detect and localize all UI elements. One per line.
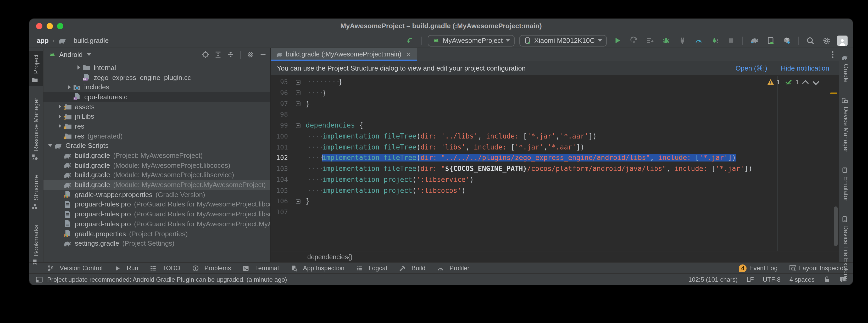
select-opened-file-button[interactable] xyxy=(202,51,209,59)
apply-changes-button[interactable]: A xyxy=(628,35,639,46)
tree-item-gradle-wrapper-properties-gradle-version[interactable]: gradle-wrapper.properties(Gradle Version… xyxy=(43,190,270,200)
tree-item-gradle-properties-project-properties[interactable]: gradle.properties(Project Properties) xyxy=(43,229,270,238)
stripe-item-structure[interactable]: Structure xyxy=(31,172,41,213)
code-line-103[interactable]: 103 implementation fileTree(dir: "${COCO… xyxy=(271,164,839,175)
code-line-96[interactable]: 96 } xyxy=(271,88,839,99)
sync-gradle-button[interactable] xyxy=(749,35,760,46)
stripe-item-gradle[interactable]: Gradle xyxy=(841,51,851,86)
fold-marker-icon[interactable] xyxy=(293,99,306,109)
toolwindow-profiler[interactable]: Profiler xyxy=(437,264,469,272)
tree-item-build-gradle-project-myawesomeproject[interactable]: build.gradle(Project: MyAwesomeProject) xyxy=(43,150,270,160)
previous-problem-button[interactable] xyxy=(802,80,809,86)
tree-item-proguard-rules-pro-proguard-rules-for-myawesomeproject-myawesomeproject[interactable]: proguard-rules.pro(ProGuard Rules for My… xyxy=(43,219,270,229)
run-button[interactable] xyxy=(612,35,623,46)
attach-debugger-button[interactable] xyxy=(676,35,688,46)
chevron-right-icon[interactable] xyxy=(56,124,63,128)
search-everywhere-button[interactable] xyxy=(805,35,816,46)
code-line-97[interactable]: 97} xyxy=(271,99,839,109)
code-line-105[interactable]: 105 implementation project(':libcocos') xyxy=(271,185,839,196)
stripe-item-emulator[interactable]: Emulator xyxy=(841,164,851,205)
fold-marker-icon[interactable] xyxy=(293,88,306,99)
tree-item-build-gradle-module-myawesomeproject-libcocos[interactable]: build.gradle(Module: MyAwesomeProject.li… xyxy=(43,160,270,170)
sdk-manager-button[interactable] xyxy=(781,35,793,46)
tree-item-settings-gradle-project-settings[interactable]: settings.gradle(Project Settings) xyxy=(43,239,270,248)
file-encoding[interactable]: UTF-8 xyxy=(763,276,781,283)
code-line-107[interactable]: 107 xyxy=(271,207,839,218)
code-line-95[interactable]: 95 } xyxy=(271,77,839,88)
vcs-update-icon[interactable] xyxy=(404,35,415,46)
tree-item-proguard-rules-pro-proguard-rules-for-myawesomeproject-libcocos[interactable]: proguard-rules.pro(ProGuard Rules for My… xyxy=(43,200,270,209)
tree-item-proguard-rules-pro-proguard-rules-for-myawesomeproject-libservice[interactable]: proguard-rules.pro(ProGuard Rules for My… xyxy=(43,209,270,219)
run-configuration-dropdown[interactable]: MyAwesomeProject xyxy=(428,35,515,46)
event-log-button[interactable]: 4 Event Log xyxy=(739,264,777,272)
caret-position[interactable]: 102:5 (101 chars) xyxy=(688,276,738,283)
fold-marker-icon[interactable] xyxy=(293,77,306,88)
tree-item-res[interactable]: res xyxy=(43,121,270,131)
breadcrumb-dependencies[interactable]: dependencies{} xyxy=(307,253,352,260)
collapse-all-button[interactable] xyxy=(227,51,235,59)
toolwindow-app-inspection[interactable]: App Inspection xyxy=(290,264,344,272)
indent-setting[interactable]: 4 spaces xyxy=(789,276,815,283)
unlock-icon[interactable] xyxy=(824,276,830,283)
panel-settings-button[interactable] xyxy=(247,51,254,59)
hide-notification-link[interactable]: Hide notification xyxy=(781,64,829,72)
stripe-item-bookmarks[interactable]: Bookmarks xyxy=(31,222,41,268)
toolwindow-problems[interactable]: Problems xyxy=(192,264,231,272)
code-line-99[interactable]: 99dependencies { xyxy=(271,120,839,131)
line-ending[interactable]: LF xyxy=(747,276,754,283)
toolwindow-logcat[interactable]: Logcat xyxy=(356,264,388,272)
tree-item-internal[interactable]: internal xyxy=(43,63,270,72)
toolwindow-terminal[interactable]: Terminal xyxy=(242,264,279,272)
project-view-selector[interactable]: Android xyxy=(49,51,91,59)
chevron-right-icon[interactable] xyxy=(75,66,82,70)
tree-item-gradle-scripts[interactable]: Gradle Scripts xyxy=(43,141,270,150)
code-line-102[interactable]: 102 implementation fileTree(dir: "../../… xyxy=(271,153,839,164)
layout-inspector-button[interactable]: Layout Inspector xyxy=(789,264,845,272)
editor-scrollbar[interactable] xyxy=(834,207,838,246)
warning-icon[interactable] xyxy=(767,78,774,85)
tree-item-build-gradle-module-myawesomeproject-libservice[interactable]: build.gradle(Module: MyAwesomeProject.li… xyxy=(43,170,270,180)
stripe-item-project[interactable]: Project xyxy=(29,51,43,86)
device-dropdown[interactable]: Xiaomi M2012K10C xyxy=(520,35,607,46)
profile-avatar[interactable] xyxy=(837,35,847,46)
tree-item-build-gradle-module-myawesomeproject-myawesomeproject[interactable]: build.gradle(Module: MyAwesomeProject.My… xyxy=(43,180,270,190)
settings-button[interactable] xyxy=(821,35,832,46)
warning-stripe-mark[interactable] xyxy=(830,93,837,94)
profile-low-overhead-button[interactable] xyxy=(709,35,720,46)
tree-item-includes[interactable]: includes xyxy=(43,82,270,92)
tab-options-kebab-icon[interactable] xyxy=(832,51,833,58)
inspections-ok-icon[interactable] xyxy=(785,78,793,86)
close-tab-icon[interactable]: ✕ xyxy=(405,50,411,58)
stop-button[interactable] xyxy=(725,35,737,46)
fold-marker-icon[interactable] xyxy=(293,120,306,131)
tree-item-res-generated[interactable]: res(generated) xyxy=(43,131,270,141)
chevron-right-icon[interactable] xyxy=(56,105,63,109)
fold-marker-icon[interactable] xyxy=(293,196,306,207)
close-window-button[interactable] xyxy=(36,23,42,29)
chevron-right-icon[interactable] xyxy=(65,85,73,89)
debug-button[interactable] xyxy=(660,35,672,46)
tree-item-assets[interactable]: assets xyxy=(43,102,270,112)
profile-button[interactable] xyxy=(693,35,704,46)
chevron-down-icon[interactable] xyxy=(46,145,54,147)
tree-item-jnilibs[interactable]: jniLibs xyxy=(43,112,270,121)
minimize-window-button[interactable] xyxy=(46,23,53,29)
tree-item-cpu-features-c[interactable]: cpu-features.c xyxy=(43,92,270,102)
code-editor[interactable]: 95 }96 }97}9899dependencies {100 impleme… xyxy=(271,76,839,251)
device-manager-button[interactable] xyxy=(765,35,776,46)
notifications-icon[interactable] xyxy=(839,276,846,283)
code-line-101[interactable]: 101 implementation fileTree(dir: 'libs',… xyxy=(271,142,839,153)
breadcrumb-file[interactable]: build.gradle xyxy=(73,37,108,44)
hide-panel-button[interactable] xyxy=(259,51,267,59)
code-line-104[interactable]: 104 implementation project(':libservice'… xyxy=(271,175,839,185)
status-message[interactable]: Project update recommended: Android Grad… xyxy=(47,276,287,283)
apply-code-changes-button[interactable] xyxy=(644,35,655,46)
tab-build-gradle[interactable]: build.gradle (:MyAwesomeProject:main) ✕ xyxy=(271,48,416,61)
code-line-106[interactable]: 106} xyxy=(271,196,839,207)
chevron-right-icon[interactable] xyxy=(56,114,63,119)
toolwindow-toggle-icon[interactable] xyxy=(36,276,43,283)
toolwindow-version-control[interactable]: Version Control xyxy=(47,264,103,272)
toolwindow-run[interactable]: Run xyxy=(114,264,138,272)
code-line-100[interactable]: 100 implementation fileTree(dir: '../lib… xyxy=(271,131,839,142)
stripe-item-device-manager[interactable]: Device Manager xyxy=(841,94,851,155)
